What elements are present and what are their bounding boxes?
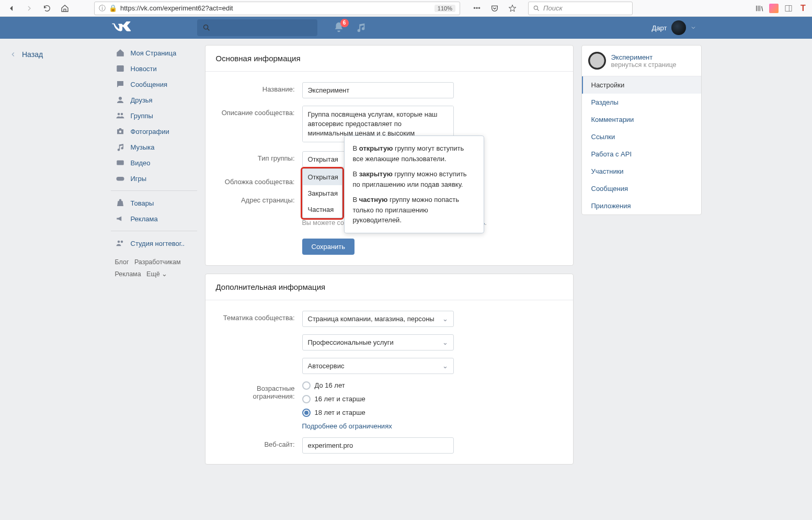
username: Дарт <box>652 24 667 32</box>
notification-badge: 6 <box>340 19 349 27</box>
music-icon[interactable] <box>355 21 367 35</box>
ctx-item-apps[interactable]: Приложения <box>582 197 701 214</box>
name-label: Название: <box>216 82 302 93</box>
forward-button[interactable] <box>22 2 37 15</box>
svg-point-11 <box>120 241 123 243</box>
radio-icon <box>302 381 311 390</box>
theme-label: Тематика сообщества: <box>216 311 302 322</box>
chevron-down-icon: ⌄ <box>442 315 448 323</box>
sidebar-icon[interactable] <box>784 4 793 13</box>
nav-ads[interactable]: Реклама <box>111 211 197 227</box>
nav-friends[interactable]: Друзья <box>111 92 197 108</box>
ext2-icon[interactable]: T <box>798 4 808 13</box>
section-title: Основная информация <box>205 46 573 72</box>
ctx-item-comments[interactable]: Комментарии <box>582 111 701 128</box>
address-label: Адрес страницы: <box>216 193 302 204</box>
notifications-icon[interactable]: 6 <box>333 21 345 35</box>
info-icon: ⓘ <box>99 4 106 13</box>
svg-rect-8 <box>117 161 124 165</box>
age-option-2[interactable]: 18 лет и старше <box>302 409 563 417</box>
chevron-down-icon: ⌄ <box>442 362 448 370</box>
library-icon[interactable] <box>754 4 764 13</box>
separator <box>111 231 197 231</box>
nav-messages[interactable]: Сообщения <box>111 76 197 92</box>
svg-rect-3 <box>117 65 124 72</box>
home-button[interactable] <box>58 2 72 15</box>
svg-rect-1 <box>785 5 792 11</box>
bookmark-icon[interactable] <box>505 2 520 15</box>
reload-button[interactable] <box>40 2 54 15</box>
chevron-down-icon: ⌄ <box>442 338 448 346</box>
ctx-item-sections[interactable]: Разделы <box>582 94 701 111</box>
community-avatar <box>588 52 606 70</box>
chevron-left-icon <box>9 51 17 58</box>
theme-sub1-select[interactable]: Профессиональные услуги⌄ <box>302 334 454 351</box>
ctx-item-members[interactable]: Участники <box>582 163 701 180</box>
nav-footer: Блог Разработчикам Реклама Ещё ⌄ <box>111 251 197 285</box>
lock-icon: 🔒 <box>109 4 117 12</box>
separator <box>111 190 197 191</box>
svg-point-2 <box>203 25 208 29</box>
nav-photos[interactable]: Фотографии <box>111 123 197 139</box>
back-link[interactable]: Назад <box>9 50 43 59</box>
nav-games[interactable]: Игры <box>111 171 197 186</box>
context-header[interactable]: Эксперимент вернуться к странице <box>582 46 701 76</box>
ctx-item-api[interactable]: Работа с API <box>582 145 701 163</box>
vk-search[interactable] <box>197 19 317 36</box>
home-icon <box>115 48 125 58</box>
nav-my-page[interactable]: Моя Страница <box>111 45 197 61</box>
user-menu[interactable]: Дарт <box>652 20 702 35</box>
community-icon <box>115 238 125 248</box>
name-input[interactable] <box>302 82 454 98</box>
save-button[interactable]: Сохранить <box>302 239 355 255</box>
url-bar[interactable]: ⓘ 🔒 https://vk.com/experiment62?act=edit… <box>94 2 460 15</box>
vk-logo[interactable] <box>111 21 197 34</box>
left-nav: Моя Страница Новости Сообщения Друзья Гр… <box>111 39 197 480</box>
main-column: Основная информация Название: Описание с… <box>197 39 581 480</box>
back-button[interactable] <box>4 2 19 15</box>
nav-video[interactable]: Видео <box>111 155 197 171</box>
type-option-private[interactable]: Частная <box>303 201 342 218</box>
groups-icon <box>115 110 125 121</box>
ctx-item-links[interactable]: Ссылки <box>582 128 701 145</box>
theme-select[interactable]: Страница компании, магазина, персоны⌄ <box>302 311 454 327</box>
footer-ads[interactable]: Реклама <box>115 270 141 278</box>
music-nav-icon <box>115 142 125 152</box>
additional-info-card: Дополнительная информация Тематика сообщ… <box>205 274 574 465</box>
age-more-link[interactable]: Подробнее об ограничениях <box>302 422 563 430</box>
bag-icon <box>115 198 125 208</box>
type-select[interactable]: Открытая <box>302 151 347 167</box>
ext1-icon[interactable] <box>769 4 779 13</box>
nav-community[interactable]: Студия ногтевог.. <box>111 235 197 251</box>
svg-point-0 <box>534 6 537 9</box>
theme-sub2-select[interactable]: Автосервис⌄ <box>302 358 454 374</box>
website-input[interactable] <box>302 437 454 454</box>
ctx-item-settings[interactable]: Настройки <box>582 76 701 94</box>
right-column: Эксперимент вернуться к странице Настрой… <box>581 39 702 480</box>
age-option-0[interactable]: До 16 лет <box>302 381 563 390</box>
svg-rect-9 <box>116 177 124 181</box>
footer-dev[interactable]: Разработчикам <box>134 258 181 266</box>
more-icon[interactable]: ••• <box>470 2 484 15</box>
context-card: Эксперимент вернуться к странице Настрой… <box>581 45 702 215</box>
type-label: Тип группы: <box>216 151 302 162</box>
footer-more[interactable]: Ещё ⌄ <box>146 270 167 278</box>
vk-header: 6 Дарт <box>0 17 812 39</box>
nav-music[interactable]: Музыка <box>111 139 197 155</box>
radio-icon <box>302 409 311 417</box>
browser-search[interactable]: Поиск <box>528 2 633 15</box>
nav-market[interactable]: Товары <box>111 195 197 211</box>
age-option-1[interactable]: 16 лет и старше <box>302 395 563 403</box>
type-option-closed[interactable]: Закрытая <box>303 185 342 201</box>
footer-blog[interactable]: Блог <box>115 258 129 266</box>
type-option-open[interactable]: Открытая <box>303 169 342 185</box>
pocket-icon[interactable] <box>487 2 502 15</box>
nav-news[interactable]: Новости <box>111 61 197 76</box>
avatar <box>671 20 686 35</box>
nav-groups[interactable]: Группы <box>111 108 197 123</box>
ctx-item-messages[interactable]: Сообщения <box>582 180 701 197</box>
gamepad-icon <box>115 173 125 184</box>
svg-point-4 <box>119 97 122 100</box>
community-title: Эксперимент <box>611 53 677 61</box>
zoom-badge[interactable]: 110% <box>434 5 455 12</box>
